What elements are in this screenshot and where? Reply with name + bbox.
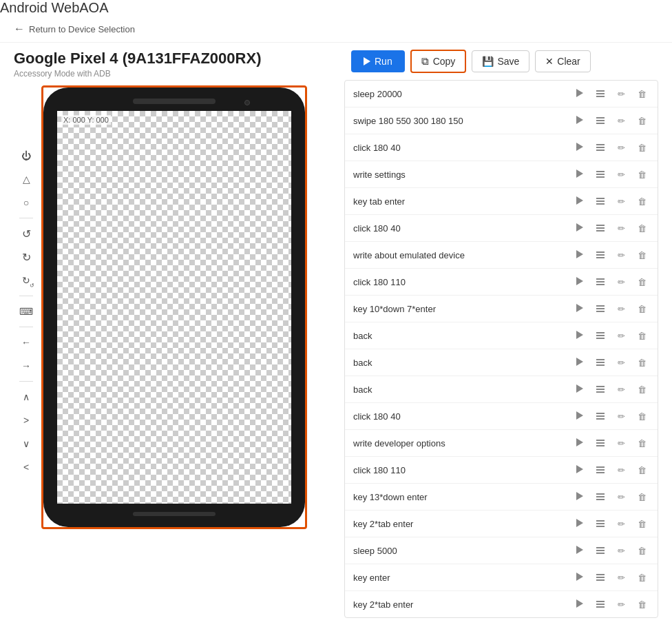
edit-command-button[interactable]: [613, 140, 629, 155]
reorder-command-button[interactable]: [593, 570, 608, 585]
run-command-button[interactable]: [572, 570, 587, 585]
copy-button[interactable]: ⧉ Copy: [410, 50, 467, 73]
delete-command-button[interactable]: [634, 328, 649, 343]
run-command-button[interactable]: [572, 543, 587, 558]
rotate-ccw-button[interactable]: ↺: [17, 224, 36, 243]
reorder-command-button[interactable]: [593, 247, 608, 263]
edit-command-button[interactable]: [613, 435, 629, 451]
delete-command-button[interactable]: [634, 462, 649, 477]
reorder-command-button[interactable]: [593, 516, 608, 531]
delete-command-button[interactable]: [634, 435, 649, 451]
reorder-command-button[interactable]: [593, 140, 608, 155]
reorder-command-button[interactable]: [593, 167, 608, 182]
run-command-button[interactable]: [572, 220, 587, 236]
edit-command-button[interactable]: [613, 355, 629, 370]
edit-command-button[interactable]: [613, 597, 629, 612]
run-command-button[interactable]: [572, 409, 587, 424]
run-command-button[interactable]: [572, 86, 587, 101]
chevron-left-button[interactable]: <: [17, 457, 36, 477]
delete-command-button[interactable]: [634, 274, 649, 289]
edit-command-button[interactable]: [613, 543, 629, 558]
run-button[interactable]: Run: [351, 50, 405, 72]
command-actions: [572, 220, 649, 236]
run-command-button[interactable]: [572, 194, 587, 209]
arrow-right-button[interactable]: →: [17, 356, 36, 375]
reorder-command-button[interactable]: [593, 409, 608, 424]
delete-command-button[interactable]: [634, 220, 649, 236]
home-button[interactable]: △: [17, 169, 36, 189]
edit-command-button[interactable]: [613, 409, 629, 424]
delete-command-button[interactable]: [634, 543, 649, 558]
edit-command-button[interactable]: [613, 247, 629, 263]
power-button[interactable]: ⏻: [17, 146, 36, 165]
delete-command-button[interactable]: [634, 382, 649, 397]
delete-command-button[interactable]: [634, 113, 649, 128]
phone-screen[interactable]: X: 000 Y: 000: [57, 111, 291, 504]
reorder-command-button[interactable]: [593, 220, 608, 236]
delete-command-button[interactable]: [634, 86, 649, 101]
delete-command-button[interactable]: [634, 516, 649, 531]
chevron-right-button[interactable]: >: [17, 411, 36, 430]
reorder-command-button[interactable]: [593, 274, 608, 289]
run-command-button[interactable]: [572, 435, 587, 451]
run-command-button[interactable]: [572, 113, 587, 128]
reorder-command-button[interactable]: [593, 328, 608, 343]
edit-command-button[interactable]: [613, 328, 629, 343]
clear-button[interactable]: ✕ Clear: [535, 50, 590, 72]
chevron-up-button[interactable]: ∧: [17, 387, 36, 407]
reorder-command-button[interactable]: [593, 113, 608, 128]
edit-command-button[interactable]: [613, 167, 629, 182]
edit-command-button[interactable]: [613, 516, 629, 531]
delete-command-button[interactable]: [634, 355, 649, 370]
run-command-button[interactable]: [572, 462, 587, 477]
reorder-command-button[interactable]: [593, 301, 608, 316]
reorder-command-button[interactable]: [593, 194, 608, 209]
reorder-command-button[interactable]: [593, 462, 608, 477]
run-command-button[interactable]: [572, 167, 587, 182]
delete-command-button[interactable]: [634, 409, 649, 424]
run-command-button[interactable]: [572, 247, 587, 263]
run-command-button[interactable]: [572, 489, 587, 504]
run-command-button[interactable]: [572, 516, 587, 531]
delete-command-button[interactable]: [634, 301, 649, 316]
run-command-button[interactable]: [572, 274, 587, 289]
reorder-command-button[interactable]: [593, 355, 608, 370]
run-command-button[interactable]: [572, 355, 587, 370]
edit-command-button[interactable]: [613, 489, 629, 504]
circle-button[interactable]: ○: [17, 193, 36, 212]
delete-command-button[interactable]: [634, 194, 649, 209]
save-button[interactable]: 💾 Save: [472, 50, 529, 72]
edit-command-button[interactable]: [613, 462, 629, 477]
edit-command-button[interactable]: [613, 86, 629, 101]
delete-command-button[interactable]: [634, 597, 649, 612]
delete-command-button[interactable]: [634, 570, 649, 585]
delete-command-button[interactable]: [634, 247, 649, 263]
arrow-left-button[interactable]: ←: [17, 333, 36, 352]
edit-command-button[interactable]: [613, 301, 629, 316]
reorder-command-button[interactable]: [593, 382, 608, 397]
delete-command-button[interactable]: [634, 489, 649, 504]
keyboard-button[interactable]: ⌨: [17, 302, 36, 321]
delete-command-button[interactable]: [634, 140, 649, 155]
reorder-command-button[interactable]: [593, 435, 608, 451]
rotate-full-button[interactable]: ↻↺: [17, 271, 36, 290]
reorder-command-button[interactable]: [593, 543, 608, 558]
reorder-command-button[interactable]: [593, 597, 608, 612]
run-command-button[interactable]: [572, 382, 587, 397]
rotate-cw-button[interactable]: ↻: [17, 247, 36, 267]
run-command-button[interactable]: [572, 301, 587, 316]
edit-command-button[interactable]: [613, 570, 629, 585]
edit-command-button[interactable]: [613, 113, 629, 128]
run-command-button[interactable]: [572, 140, 587, 155]
back-nav[interactable]: ← Return to Device Selection: [0, 16, 672, 43]
edit-command-button[interactable]: [613, 194, 629, 209]
run-command-button[interactable]: [572, 597, 587, 612]
edit-command-button[interactable]: [613, 382, 629, 397]
edit-command-button[interactable]: [613, 274, 629, 289]
reorder-command-button[interactable]: [593, 489, 608, 504]
reorder-command-button[interactable]: [593, 86, 608, 101]
edit-command-button[interactable]: [613, 220, 629, 236]
delete-command-button[interactable]: [634, 167, 649, 182]
chevron-down-button[interactable]: ∨: [17, 434, 36, 453]
run-command-button[interactable]: [572, 328, 587, 343]
